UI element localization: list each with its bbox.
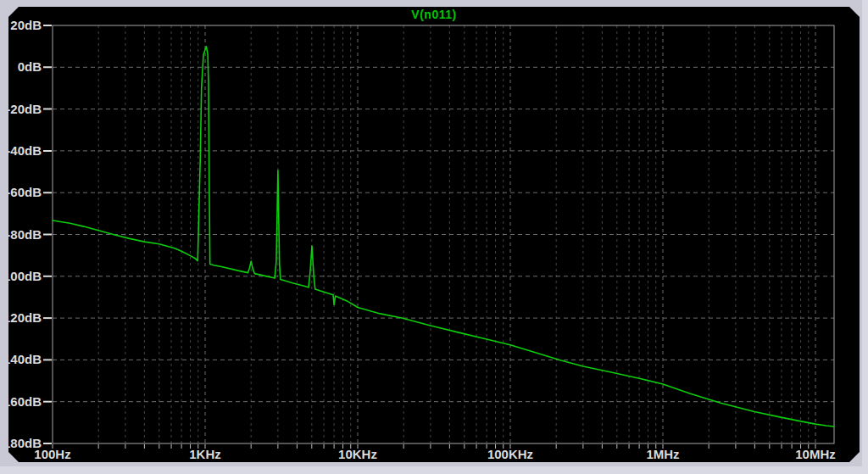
y-tick-label: -20dB <box>8 102 42 116</box>
y-tick-label: -100dB <box>8 269 42 283</box>
x-tick-label: 10KHz <box>338 447 377 461</box>
frame-bevel-right <box>862 0 868 474</box>
x-tick-label: 100Hz <box>34 447 70 461</box>
y-tick-label: -60dB <box>8 185 42 199</box>
frame-bevel-bottom <box>0 466 868 474</box>
x-tick-label: 1MHz <box>646 447 679 461</box>
x-tick-label: 1KHz <box>189 447 221 461</box>
plot-canvas[interactable]: 20dB0dB-20dB-40dB-60dB-80dB-100dB-120dB-… <box>8 7 860 462</box>
y-tick-label: -160dB <box>8 394 42 409</box>
plot-pane[interactable]: V(n011) 20dB0dB-20dB-40dB-60dB-80dB-100d… <box>8 7 860 462</box>
x-tick-label: 100KHz <box>487 447 533 461</box>
waveform-viewer-window: V(n011) 20dB0dB-20dB-40dB-60dB-80dB-100d… <box>0 0 868 474</box>
y-tick-label: -40dB <box>8 143 42 158</box>
trace-v-n011[interactable] <box>53 47 834 427</box>
y-tick-label: 0dB <box>18 59 42 74</box>
y-tick-label: -120dB <box>8 310 42 325</box>
trace-label[interactable]: V(n011) <box>8 8 860 23</box>
y-tick-label: -80dB <box>8 227 42 242</box>
x-tick-label: 10MHz <box>795 447 836 461</box>
y-tick-label: -140dB <box>8 352 42 366</box>
